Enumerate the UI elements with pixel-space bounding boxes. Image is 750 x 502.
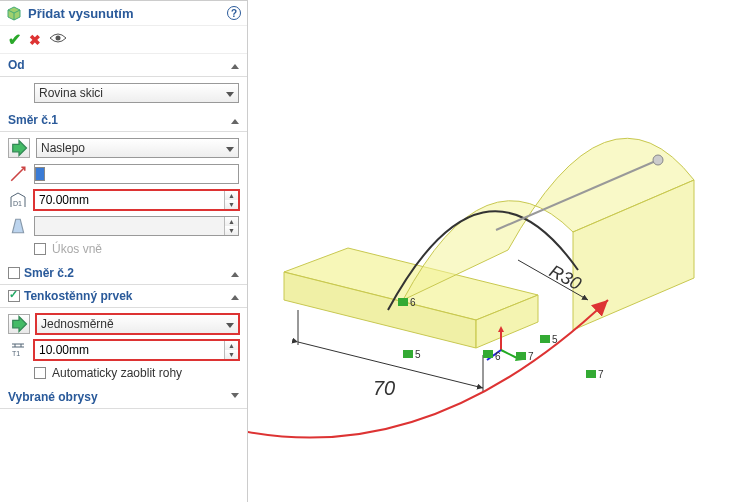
svg-line-10 (501, 350, 517, 358)
end-condition-value: Naslepo (41, 141, 85, 155)
thin-checkbox[interactable] (8, 290, 20, 302)
direction-vector-icon (8, 164, 28, 184)
svg-rect-20 (540, 335, 550, 343)
section-thin-label: Tenkostěnný prvek (24, 289, 132, 303)
action-row: ✔ ✖ (0, 26, 247, 54)
extrude-icon (6, 5, 22, 21)
svg-text:7: 7 (598, 369, 604, 380)
depth-icon: D1 (8, 190, 28, 210)
svg-point-0 (56, 36, 61, 41)
section-dir1-label: Směr č.1 (8, 113, 58, 127)
property-manager-panel: Přidat vysunutím ? ✔ ✖ Od Rovina skici S… (0, 0, 248, 502)
caret-down-icon (226, 141, 234, 155)
draft-spinner: ▲ ▼ (224, 217, 238, 235)
preview-button[interactable] (49, 32, 67, 47)
selection-color-swatch (35, 167, 45, 181)
svg-rect-22 (586, 370, 596, 378)
svg-point-4 (653, 155, 663, 165)
thickness-spinner: ▲ ▼ (224, 341, 238, 359)
chevron-down-icon (231, 390, 239, 404)
section-dir1-header[interactable]: Směr č.1 (0, 109, 247, 132)
graphics-viewport[interactable]: 70 R30 6 5 6 7 5 7 (248, 0, 750, 502)
dir2-checkbox[interactable] (8, 267, 20, 279)
draft-icon (8, 216, 28, 236)
spinner-down[interactable]: ▼ (225, 200, 238, 209)
cancel-button[interactable]: ✖ (29, 32, 41, 48)
draft-outward-label: Úkos vně (52, 242, 102, 256)
thin-reverse-button[interactable] (8, 314, 30, 334)
direction-vector-field[interactable] (34, 164, 239, 184)
draft-value (35, 217, 224, 235)
auto-fillet-checkbox[interactable] (34, 367, 46, 379)
svg-rect-16 (483, 350, 493, 358)
caret-down-icon (226, 86, 234, 100)
feature-title: Přidat vysunutím (28, 6, 227, 21)
section-od-header[interactable]: Od (0, 54, 247, 77)
thin-type-combo[interactable]: Jednosměrně (36, 314, 239, 334)
ok-button[interactable]: ✔ (8, 30, 21, 49)
svg-rect-18 (516, 352, 526, 360)
svg-text:6: 6 (495, 351, 501, 362)
thin-type-value: Jednosměrně (41, 317, 114, 331)
chevron-up-icon (231, 289, 239, 303)
spinner-down: ▼ (225, 226, 238, 235)
depth-input[interactable]: ▲ ▼ (34, 190, 239, 210)
spinner-up[interactable]: ▲ (225, 341, 238, 350)
thickness-input[interactable]: ▲ ▼ (34, 340, 239, 360)
dim-width: 70 (373, 377, 395, 399)
svg-text:T1: T1 (12, 350, 20, 357)
spinner-up[interactable]: ▲ (225, 191, 238, 200)
chevron-up-icon (231, 113, 239, 127)
svg-rect-12 (398, 298, 408, 306)
model-preview: 70 R30 6 5 6 7 5 7 (248, 0, 750, 502)
help-icon[interactable]: ? (227, 6, 241, 20)
section-od-body: Rovina skici (0, 77, 247, 109)
section-contours-header[interactable]: Vybrané obrysy (0, 386, 247, 409)
section-thin-header[interactable]: Tenkostěnný prvek (0, 285, 247, 308)
end-condition-combo[interactable]: Naslepo (36, 138, 239, 158)
section-dir2-label: Směr č.2 (24, 266, 74, 280)
svg-text:6: 6 (410, 297, 416, 308)
section-thin-body: Jednosměrně T1 ▲ ▼ Automaticky zaoblit r… (0, 308, 247, 386)
reverse-direction-button[interactable] (8, 138, 30, 158)
section-od-label: Od (8, 58, 25, 72)
svg-text:5: 5 (415, 349, 421, 360)
spinner-up: ▲ (225, 217, 238, 226)
from-combo[interactable]: Rovina skici (34, 83, 239, 103)
draft-outward-checkbox (34, 243, 46, 255)
from-combo-value: Rovina skici (39, 86, 103, 100)
caret-down-icon (226, 317, 234, 331)
draft-input: ▲ ▼ (34, 216, 239, 236)
thickness-icon: T1 (8, 340, 28, 360)
depth-spinner: ▲ ▼ (224, 191, 238, 209)
section-dir1-body: Naslepo D1 ▲ ▼ (0, 132, 247, 262)
section-dir2-header[interactable]: Směr č.2 (0, 262, 247, 285)
spinner-down[interactable]: ▼ (225, 350, 238, 359)
chevron-up-icon (231, 266, 239, 280)
auto-fillet-label: Automaticky zaoblit rohy (52, 366, 182, 380)
svg-rect-14 (403, 350, 413, 358)
chevron-up-icon (231, 58, 239, 72)
title-bar: Přidat vysunutím ? (0, 1, 247, 26)
depth-value[interactable] (35, 191, 224, 209)
thickness-value[interactable] (35, 341, 224, 359)
section-contours-label: Vybrané obrysy (8, 390, 98, 404)
svg-text:D1: D1 (13, 200, 22, 207)
